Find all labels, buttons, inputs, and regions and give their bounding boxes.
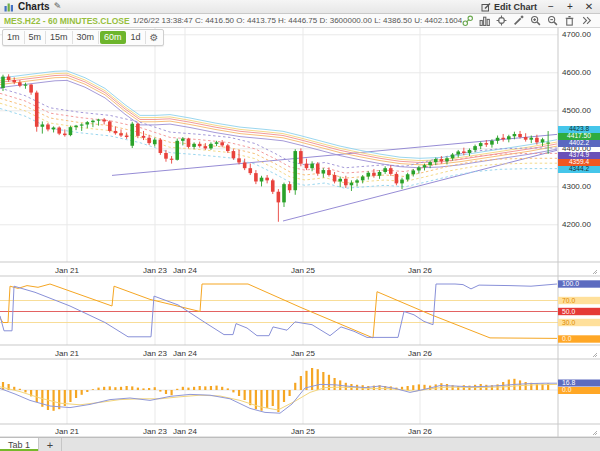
svg-text:50.0: 50.0 bbox=[562, 308, 575, 315]
candle-body bbox=[125, 136, 129, 138]
brush-icon[interactable] bbox=[513, 15, 524, 26]
candle-body bbox=[440, 159, 444, 161]
candle-body bbox=[136, 124, 140, 136]
candle-body bbox=[130, 124, 134, 146]
candle-body bbox=[114, 131, 118, 133]
trash-icon[interactable] bbox=[564, 15, 575, 26]
candle-body bbox=[367, 173, 371, 177]
svg-text:0.0: 0.0 bbox=[562, 386, 572, 393]
candle-body bbox=[24, 85, 28, 86]
chart-settings-gear-icon[interactable]: ⚙ bbox=[146, 31, 163, 45]
candle-body bbox=[232, 151, 236, 158]
candle-body bbox=[63, 134, 67, 136]
candle-body bbox=[451, 155, 455, 159]
candle-body bbox=[490, 141, 494, 145]
svg-text:Jan 26: Jan 26 bbox=[408, 349, 433, 358]
candle-body bbox=[293, 151, 297, 190]
candle-body bbox=[355, 180, 359, 182]
symbol-label: MES.H22 - 60 MINUTES.CLOSE bbox=[0, 16, 133, 26]
candle-body bbox=[181, 139, 185, 141]
candle-body bbox=[170, 159, 174, 160]
zoom-in-icon[interactable] bbox=[530, 15, 541, 26]
candle-body bbox=[310, 164, 314, 169]
candle-body bbox=[513, 134, 517, 136]
candle-body bbox=[428, 162, 432, 165]
candle-body bbox=[282, 184, 286, 202]
candle-body bbox=[215, 142, 219, 144]
candle-body bbox=[220, 142, 224, 145]
svg-text:4300.00: 4300.00 bbox=[562, 182, 591, 191]
candle-body bbox=[57, 128, 61, 134]
candle-body bbox=[400, 180, 404, 184]
candle-body bbox=[102, 120, 106, 122]
candle-body bbox=[333, 175, 337, 181]
timeframe-5m[interactable]: 5m bbox=[25, 31, 47, 44]
tab-1[interactable]: Tab 1 bbox=[0, 438, 39, 451]
svg-text:4374.9: 4374.9 bbox=[569, 151, 590, 158]
candle-body bbox=[35, 93, 39, 127]
candle-body bbox=[485, 143, 489, 145]
candle-body bbox=[41, 124, 45, 126]
svg-text:70.0: 70.0 bbox=[562, 297, 575, 304]
candle-body bbox=[378, 172, 382, 176]
candle-body bbox=[119, 133, 123, 135]
svg-text:4500.00: 4500.00 bbox=[562, 106, 591, 115]
chart-canvas[interactable]: 4700.004600.004500.004400.004300.004200.… bbox=[0, 0, 600, 451]
svg-text:Jan 23: Jan 23 bbox=[143, 266, 168, 275]
candle-body bbox=[147, 138, 151, 143]
candle-body bbox=[153, 140, 157, 145]
svg-text:4359.4: 4359.4 bbox=[569, 158, 590, 165]
candle-body bbox=[535, 138, 539, 143]
svg-text:Jan 25: Jan 25 bbox=[291, 427, 316, 436]
svg-text:Jan 23: Jan 23 bbox=[143, 349, 168, 358]
candle-body bbox=[524, 137, 528, 140]
candle-body bbox=[383, 168, 387, 172]
candle-body bbox=[7, 77, 11, 80]
candle-body bbox=[361, 177, 365, 181]
candle-body bbox=[372, 173, 376, 176]
timeframe-60m[interactable]: 60m bbox=[100, 31, 126, 44]
edit-chart-button[interactable]: Edit Chart bbox=[481, 2, 537, 12]
candle-body bbox=[445, 158, 449, 161]
svg-text:4344.2: 4344.2 bbox=[569, 165, 590, 172]
candle-body bbox=[507, 136, 511, 139]
edit-title-pencil-icon[interactable]: ✎ bbox=[54, 2, 62, 11]
minimize-button[interactable]: − bbox=[546, 2, 556, 12]
candle-body bbox=[299, 151, 303, 164]
candle-body bbox=[541, 139, 545, 142]
candle-body bbox=[80, 124, 84, 125]
timeframe-15m[interactable]: 15m bbox=[46, 31, 73, 44]
svg-text:4417.50: 4417.50 bbox=[567, 132, 591, 139]
close-button[interactable]: ✕ bbox=[584, 2, 594, 12]
candle-body bbox=[327, 170, 331, 175]
candle-body bbox=[142, 136, 146, 138]
chart-window: 4700.004600.004500.004400.004300.004200.… bbox=[0, 0, 600, 451]
candle-body bbox=[209, 144, 213, 149]
link-icon[interactable] bbox=[462, 15, 473, 26]
add-tab-button[interactable]: + bbox=[39, 438, 62, 451]
candle-body bbox=[254, 173, 258, 181]
candle-body bbox=[423, 165, 427, 167]
timeframe-30m[interactable]: 30m bbox=[73, 31, 100, 44]
quote-text: 1/26/22 13:38:47 C: 4416.50 O: 4413.75 H… bbox=[133, 16, 462, 25]
title-bar: Charts ✎ Edit Chart − + ✕ bbox=[0, 0, 600, 14]
zoom-out-icon[interactable] bbox=[547, 15, 558, 26]
candle-body bbox=[86, 122, 90, 124]
svg-text:30.0: 30.0 bbox=[562, 319, 575, 326]
crosshair-icon[interactable] bbox=[496, 15, 507, 26]
candle-body bbox=[248, 168, 252, 173]
maximize-button[interactable]: + bbox=[565, 2, 575, 12]
svg-text:Jan 23: Jan 23 bbox=[143, 427, 168, 436]
svg-text:4423.8: 4423.8 bbox=[569, 125, 590, 132]
timeframe-1d[interactable]: 1d bbox=[127, 31, 146, 44]
candle-body bbox=[237, 158, 241, 162]
timeframe-1m[interactable]: 1m bbox=[3, 31, 25, 44]
candle-body bbox=[518, 134, 522, 137]
candle-body bbox=[260, 178, 264, 182]
more-icon[interactable] bbox=[581, 15, 592, 26]
candle-body bbox=[496, 138, 500, 141]
bar-chart-icon[interactable] bbox=[479, 15, 490, 26]
candle-body bbox=[456, 151, 460, 154]
svg-text:Jan 24: Jan 24 bbox=[173, 349, 198, 358]
svg-text:Jan 25: Jan 25 bbox=[291, 349, 316, 358]
